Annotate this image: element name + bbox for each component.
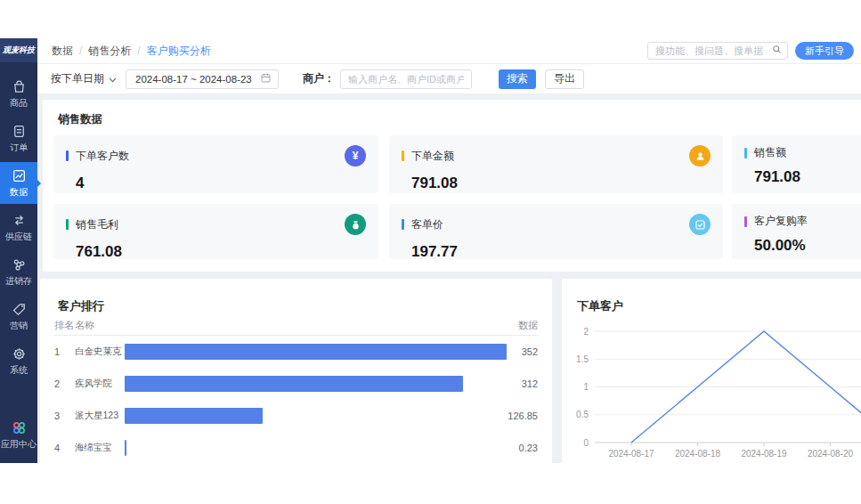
stat-card-sales-amount: 销售额 791.08 — [732, 135, 861, 193]
accent-bar — [744, 216, 747, 227]
rank-cell: 1 — [54, 346, 75, 357]
svg-text:0.5: 0.5 — [576, 410, 589, 419]
accent-bar — [402, 219, 404, 230]
sales-data-panel: 销售数据 下单客户数 ¥ 4 下单金额 — [43, 100, 861, 272]
svg-text:1.5: 1.5 — [576, 354, 589, 364]
sidebar-item-label: 应用中心 — [1, 438, 37, 451]
table-row: 4 海绵宝宝 0.23 — [54, 432, 538, 463]
breadcrumb-item[interactable]: 数据 — [52, 44, 73, 59]
stat-label: 销售毛利 — [76, 217, 118, 232]
stat-card-avg-order-value: 客单价 197.77 — [389, 204, 723, 259]
table-row: 3 派大星123 126.85 — [54, 400, 538, 432]
stat-label: 客户复购率 — [754, 214, 808, 229]
stat-card-repurchase-rate: 客户复购率 50.00% — [732, 204, 861, 259]
rank-bar — [125, 344, 507, 360]
name-cell: 白金史莱克 — [75, 345, 125, 358]
breadcrumb-item[interactable]: 销售分析 — [73, 44, 131, 59]
supply-chain-icon — [12, 213, 27, 228]
order-doc-icon — [12, 124, 27, 139]
topbar: 数据 销售分析 客户购买分析 新手引导 — [37, 38, 861, 64]
order-customers-panel: 下单客户 00.511.522024-08-172024-08-182024-0… — [562, 279, 861, 463]
svg-text:2024-08-19: 2024-08-19 — [741, 449, 787, 459]
col-header-rank: 排名 — [54, 319, 75, 332]
sidebar-item-inventory[interactable]: 进销存 — [0, 251, 37, 293]
money-bag-circle-icon — [345, 214, 366, 235]
rank-bar — [125, 408, 263, 424]
sidebar-item-supply-chain[interactable]: 供应链 — [0, 207, 37, 248]
main-area: 数据 销售分析 客户购买分析 新手引导 按下单日期 — [37, 38, 861, 463]
customer-ranking-panel: 客户排行 排名 名称 数据 1 白金史莱克 352 — [40, 279, 552, 463]
accent-bar — [744, 148, 747, 159]
svg-text:0: 0 — [583, 438, 589, 448]
calendar-icon[interactable] — [260, 72, 272, 86]
date-range-input[interactable] — [135, 74, 260, 85]
name-cell: 疾风学院 — [75, 378, 125, 390]
table-row: 2 疾风学院 312 — [54, 368, 538, 400]
chart-line-icon — [12, 168, 27, 183]
sidebar-item-data[interactable]: 数据 — [0, 162, 37, 204]
col-header-value: 数据 — [507, 319, 538, 332]
sidebar: 观麦科技 商品 订单 — [0, 38, 37, 463]
stat-label: 客单价 — [411, 217, 443, 232]
sidebar-item-orders[interactable]: 订单 — [0, 118, 37, 159]
date-range-picker[interactable] — [126, 69, 279, 89]
svg-text:2024-08-18: 2024-08-18 — [675, 449, 721, 459]
stat-value: 761.08 — [76, 243, 366, 259]
stat-value: 197.77 — [411, 243, 711, 259]
customer-ranking-table: 排名 名称 数据 1 白金史莱克 352 2 疾风学院 — [54, 318, 538, 463]
shopping-bag-icon — [12, 79, 27, 94]
sidebar-item-label: 系统 — [10, 364, 28, 377]
search-button[interactable]: 搜索 — [499, 69, 536, 89]
global-search-input[interactable] — [655, 45, 771, 56]
breadcrumb-item-current: 客户购买分析 — [131, 44, 210, 59]
date-type-dropdown[interactable]: 按下单日期 — [51, 71, 117, 86]
order-customers-line-chart: 00.511.522024-08-172024-08-182024-08-192… — [562, 313, 861, 462]
stat-card-gross-profit: 销售毛利 761.08 — [53, 204, 378, 259]
sidebar-item-label: 商品 — [10, 97, 28, 110]
merchant-search-input[interactable] — [340, 69, 472, 89]
rank-cell: 4 — [54, 443, 75, 453]
sidebar-item-label: 供应链 — [5, 231, 32, 243]
check-circle-icon — [689, 214, 711, 235]
export-button[interactable]: 导出 — [545, 69, 584, 89]
app-window: 观麦科技 商品 订单 — [0, 38, 861, 463]
accent-bar — [66, 150, 69, 161]
table-row: 1 白金史莱克 352 — [54, 336, 538, 368]
stat-label: 下单客户数 — [76, 149, 129, 164]
filter-bar: 按下单日期 商户： 搜索 导出 — [37, 64, 861, 93]
yen-circle-icon: ¥ — [345, 145, 366, 167]
gear-icon — [12, 346, 27, 362]
global-search[interactable] — [647, 42, 788, 60]
sidebar-item-label: 订单 — [10, 142, 28, 154]
customer-ranking-title: 客户排行 — [58, 298, 104, 314]
svg-text:2: 2 — [583, 327, 589, 337]
stat-label: 销售额 — [754, 145, 786, 160]
newbie-guide-button[interactable]: 新手引导 — [795, 42, 854, 60]
app-center-icon — [12, 420, 27, 435]
sidebar-item-system[interactable]: 系统 — [0, 340, 37, 382]
svg-text:1: 1 — [583, 382, 589, 392]
sidebar-item-label: 进销存 — [5, 275, 32, 288]
marketing-tag-icon — [12, 302, 27, 317]
svg-text:2024-08-17: 2024-08-17 — [608, 449, 654, 459]
user-circle-icon — [689, 145, 711, 167]
sidebar-item-goods[interactable]: 商品 — [0, 73, 37, 115]
rank-bar — [125, 376, 463, 392]
stat-card-order-customers: 下单客户数 ¥ 4 — [53, 135, 378, 193]
sidebar-nav: 商品 订单 数据 — [0, 62, 37, 463]
sidebar-item-app-center[interactable]: 应用中心 — [0, 414, 37, 456]
name-cell: 派大星123 — [75, 410, 125, 422]
stat-value: 791.08 — [754, 168, 861, 186]
stat-label: 下单金额 — [411, 149, 454, 164]
sidebar-item-marketing[interactable]: 营销 — [0, 296, 37, 337]
search-icon[interactable] — [771, 43, 783, 59]
stat-value: 50.00% — [754, 237, 861, 255]
sidebar-item-label: 营销 — [10, 320, 28, 332]
rank-cell: 2 — [54, 378, 75, 389]
value-cell: 0.23 — [507, 443, 538, 453]
chevron-down-icon — [109, 73, 117, 85]
name-cell: 海绵宝宝 — [75, 442, 125, 454]
col-header-name: 名称 — [75, 319, 125, 332]
inventory-icon — [12, 257, 27, 272]
stat-card-order-amount: 下单金额 791.08 — [389, 135, 723, 193]
